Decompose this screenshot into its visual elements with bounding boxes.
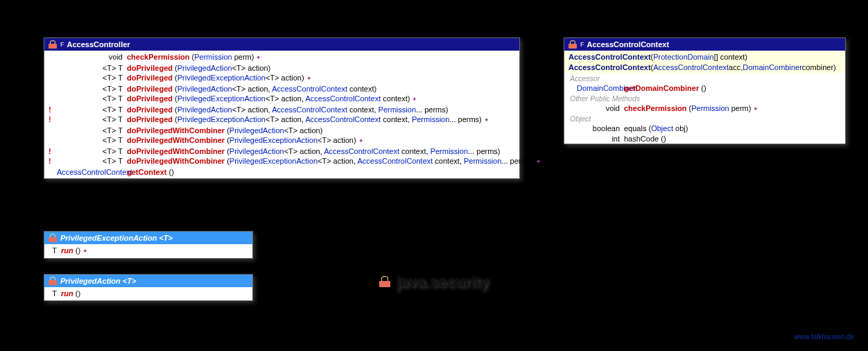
- return-type: <T> T: [57, 156, 123, 166]
- param-type-link[interactable]: ProtectionDomain: [653, 52, 713, 62]
- method-name[interactable]: doPrivilegedWithCombiner: [127, 136, 225, 144]
- param-type-link[interactable]: PrivilegedExceptionAction: [229, 136, 318, 144]
- return-type: <T> T: [57, 146, 123, 157]
- method-name[interactable]: equals: [624, 124, 646, 132]
- param-type-link[interactable]: AccessControlContext: [305, 115, 381, 123]
- throws-icon: ✦: [83, 248, 88, 255]
- lock-icon: [49, 40, 57, 49]
- param-type-link[interactable]: PrivilegedExceptionAction: [177, 115, 266, 123]
- param-type-link[interactable]: PrivilegedExceptionAction: [177, 74, 266, 82]
- method-name[interactable]: doPrivileged: [127, 74, 173, 82]
- param-type-link[interactable]: AccessControlContext: [324, 147, 399, 155]
- class-name[interactable]: AccessController: [67, 40, 130, 49]
- return-type: <T> T: [57, 135, 123, 146]
- return-type: void: [57, 52, 123, 62]
- param-type-link[interactable]: PrivilegedAction: [177, 64, 232, 72]
- interface-name[interactable]: PrivilegedExceptionAction: [60, 234, 157, 242]
- param-type-link[interactable]: PrivilegedAction: [229, 147, 284, 155]
- method-name[interactable]: checkPermission: [127, 53, 190, 61]
- param-type-link[interactable]: AccessControlContext: [272, 85, 347, 93]
- param-type-link[interactable]: Permission: [412, 115, 449, 123]
- footer-link[interactable]: www.falkhausen.de: [795, 333, 854, 341]
- method-row: <T> TdoPrivileged (PrivilegedAction<T> a…: [44, 63, 519, 74]
- constructor-name[interactable]: AccessControlContext: [568, 52, 651, 62]
- class-body: voidcheckPermission (Permission perm)✦<T…: [44, 51, 519, 178]
- throws-icon: ✦: [358, 137, 364, 144]
- method-row: <T> TdoPrivilegedWithCombiner (Privilege…: [44, 126, 519, 136]
- param-type-link[interactable]: Permission: [431, 147, 468, 155]
- interface-header: PrivilegedAction <T>: [44, 275, 252, 287]
- method-name[interactable]: getDomainCombiner: [624, 84, 699, 92]
- param-type-link[interactable]: PrivilegedAction: [177, 105, 232, 114]
- method-name[interactable]: getContext: [127, 168, 166, 176]
- return-type: <T> T: [57, 94, 123, 104]
- param-type-link[interactable]: AccessControlContext: [653, 62, 729, 73]
- return-type: AccessControlContext: [57, 167, 123, 178]
- method-name[interactable]: run: [61, 289, 73, 298]
- method-row: !<T> TdoPrivileged (PrivilegedExceptionA…: [44, 114, 519, 126]
- method-name[interactable]: doPrivileged: [127, 115, 173, 123]
- constructor-row: AccessControlContext (ProtectionDomain[]…: [564, 52, 845, 62]
- return-type-link[interactable]: AccessControlContext: [57, 168, 132, 176]
- generic-param: <T>: [159, 234, 173, 242]
- method-row: T run (): [44, 289, 252, 299]
- alert-marker: !: [49, 156, 57, 166]
- alert-marker: !: [49, 146, 57, 157]
- interface-privileged-action: PrivilegedAction <T> T run (): [44, 274, 253, 301]
- param-type-link[interactable]: AccessControlContext: [272, 105, 347, 114]
- lock-icon: [568, 40, 577, 49]
- class-header: F AccessControlContext: [564, 38, 845, 51]
- param-type-link[interactable]: Permission: [379, 105, 416, 114]
- param-type-link[interactable]: AccessControlContext: [357, 157, 433, 165]
- alert-marker: !: [49, 105, 57, 115]
- interface-name[interactable]: PrivilegedAction: [60, 277, 121, 285]
- method-row: T run ()✦: [44, 246, 252, 257]
- param-type-link[interactable]: AccessControlContext: [305, 94, 381, 103]
- method-row: !<T> TdoPrivilegedWithCombiner (Privileg…: [44, 146, 519, 157]
- method-row: void checkPermission (Permission perm)✦: [564, 103, 845, 114]
- method-name[interactable]: doPrivileged: [127, 64, 173, 72]
- method-name[interactable]: run: [61, 246, 73, 255]
- interface-body: T run (): [44, 287, 252, 300]
- method-name[interactable]: checkPermission: [624, 104, 687, 112]
- param-type-link[interactable]: Object: [651, 124, 673, 132]
- method-name[interactable]: doPrivileged: [127, 85, 173, 93]
- method-row: <T> TdoPrivilegedWithCombiner (Privilege…: [44, 135, 519, 146]
- package-label: java.security: [379, 273, 488, 291]
- method-row: DomainCombiner getDomainCombiner (): [564, 83, 845, 94]
- constructor-row: AccessControlContext (AccessControlConte…: [564, 62, 845, 73]
- param-type-link[interactable]: Permission: [464, 157, 501, 165]
- param-type-link[interactable]: PrivilegedAction: [177, 85, 232, 93]
- lock-icon: [379, 276, 390, 287]
- section-other: Other Public Methods: [564, 94, 845, 103]
- method-name[interactable]: doPrivilegedWithCombiner: [127, 157, 225, 165]
- class-header: F AccessController: [44, 38, 519, 51]
- method-name[interactable]: doPrivilegedWithCombiner: [127, 147, 225, 155]
- method-name[interactable]: doPrivilegedWithCombiner: [127, 126, 225, 135]
- section-accessor: Accessor: [564, 74, 845, 83]
- throws-icon: ✦: [536, 158, 541, 165]
- param-type-link[interactable]: Permission: [194, 53, 232, 61]
- modifier: F: [580, 41, 584, 48]
- throws-icon: ✦: [256, 54, 261, 61]
- alert-marker: !: [49, 114, 57, 125]
- lock-icon: [49, 234, 57, 242]
- constructor-name[interactable]: AccessControlContext: [568, 62, 651, 73]
- method-row: !<T> TdoPrivileged (PrivilegedAction<T> …: [44, 105, 519, 115]
- interface-body: T run ()✦: [44, 244, 252, 258]
- modifier: F: [60, 41, 64, 48]
- method-name[interactable]: hashCode: [624, 135, 659, 143]
- param-type-link[interactable]: PrivilegedAction: [229, 126, 284, 135]
- method-name[interactable]: doPrivileged: [127, 105, 173, 114]
- method-name[interactable]: doPrivileged: [127, 94, 173, 103]
- throws-icon: ✦: [306, 75, 312, 82]
- return-type: T: [49, 289, 57, 299]
- throws-icon: ✦: [484, 117, 489, 123]
- param-type-link[interactable]: PrivilegedExceptionAction: [177, 94, 266, 103]
- param-type-link[interactable]: PrivilegedExceptionAction: [229, 157, 318, 165]
- constructor-section: AccessControlContext (ProtectionDomain[]…: [564, 51, 845, 74]
- class-name[interactable]: AccessControlContext: [587, 40, 670, 49]
- return-type: <T> T: [57, 73, 123, 83]
- param-type-link[interactable]: DomainCombiner: [743, 62, 802, 73]
- class-access-controller: F AccessController voidcheckPermission (…: [44, 37, 520, 179]
